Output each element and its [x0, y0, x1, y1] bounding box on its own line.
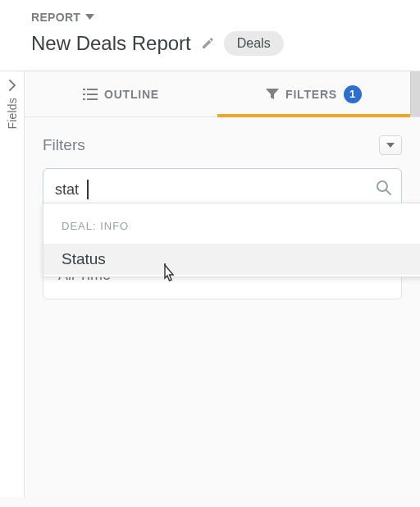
- main-area: OUTLINE FILTERS 1 Filters: [25, 71, 420, 497]
- tab-filters[interactable]: FILTERS 1: [217, 71, 410, 116]
- edit-title-button[interactable]: [201, 37, 214, 50]
- svg-rect-1: [87, 89, 98, 90]
- svg-point-6: [377, 181, 387, 191]
- svg-rect-5: [87, 98, 98, 100]
- svg-rect-3: [87, 94, 98, 95]
- svg-line-7: [386, 190, 390, 194]
- filters-options-button[interactable]: [379, 135, 402, 155]
- caret-down-icon: [386, 143, 395, 148]
- search-icon: [376, 180, 392, 196]
- search-button[interactable]: [376, 180, 392, 199]
- page-title: New Deals Report: [31, 32, 191, 55]
- tab-filters-label: FILTERS: [285, 88, 337, 101]
- tab-outline[interactable]: OUTLINE: [25, 71, 217, 116]
- suggestion-item-label: Status: [62, 250, 106, 267]
- suggestion-item-status[interactable]: Status: [43, 244, 420, 275]
- pencil-icon: [201, 37, 214, 50]
- filters-heading: Filters: [43, 136, 85, 154]
- entity-pill-deals[interactable]: Deals: [224, 31, 284, 56]
- report-header: REPORT New Deals Report Deals: [0, 0, 420, 71]
- svg-rect-0: [83, 89, 85, 90]
- panel-tabs: OUTLINE FILTERS 1: [25, 71, 420, 117]
- fields-rail[interactable]: Fields: [0, 71, 25, 497]
- text-caret: [87, 180, 89, 199]
- outline-icon: [83, 89, 98, 100]
- filter-suggestions: DEAL: INFO Status: [43, 203, 420, 277]
- breadcrumb-label: REPORT: [31, 11, 80, 24]
- breadcrumb-report[interactable]: REPORT: [31, 11, 94, 24]
- filters-count-badge: 1: [344, 85, 362, 103]
- fields-rail-label: Fields: [6, 98, 19, 130]
- chevron-down-icon: [85, 14, 94, 21]
- svg-rect-2: [83, 94, 85, 95]
- adjacent-panel-stub: [410, 71, 420, 116]
- tab-outline-label: OUTLINE: [104, 88, 159, 101]
- chevron-right-icon: [8, 80, 16, 91]
- svg-rect-4: [83, 98, 85, 100]
- suggestion-group-label: DEAL: INFO: [43, 218, 420, 244]
- filter-icon: [266, 89, 279, 100]
